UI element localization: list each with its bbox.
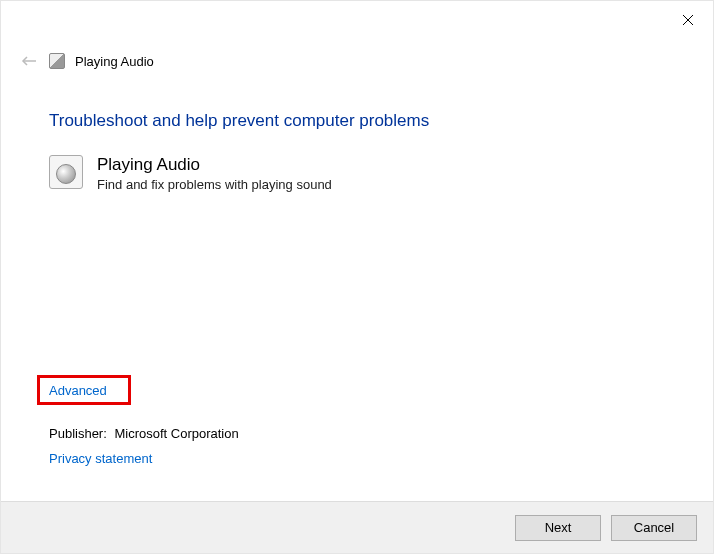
window-title: Playing Audio xyxy=(75,54,154,69)
lower-section: Advanced Publisher: Microsoft Corporatio… xyxy=(41,379,683,466)
publisher-row: Publisher: Microsoft Corporation xyxy=(49,426,683,441)
speaker-icon xyxy=(49,155,83,189)
footer: Next Cancel xyxy=(1,501,713,553)
troubleshooter-item: Playing Audio Find and fix problems with… xyxy=(49,155,683,192)
header: Playing Audio xyxy=(19,51,154,71)
close-button[interactable] xyxy=(677,9,699,31)
cancel-button[interactable]: Cancel xyxy=(611,515,697,541)
publisher-label: Publisher: xyxy=(49,426,107,441)
troubleshooter-window: Playing Audio Troubleshoot and help prev… xyxy=(0,0,714,554)
arrow-left-icon xyxy=(21,55,37,67)
page-heading: Troubleshoot and help prevent computer p… xyxy=(49,111,683,131)
publisher-value: Microsoft Corporation xyxy=(114,426,238,441)
privacy-link[interactable]: Privacy statement xyxy=(49,451,152,466)
back-button[interactable] xyxy=(19,51,39,71)
audio-icon xyxy=(49,53,65,69)
troubleshooter-text: Playing Audio Find and fix problems with… xyxy=(97,155,332,192)
next-button[interactable]: Next xyxy=(515,515,601,541)
content-area: Troubleshoot and help prevent computer p… xyxy=(49,111,683,202)
troubleshooter-description: Find and fix problems with playing sound xyxy=(97,177,332,192)
troubleshooter-title: Playing Audio xyxy=(97,155,332,175)
advanced-link[interactable]: Advanced xyxy=(43,379,113,402)
close-icon xyxy=(682,14,694,26)
